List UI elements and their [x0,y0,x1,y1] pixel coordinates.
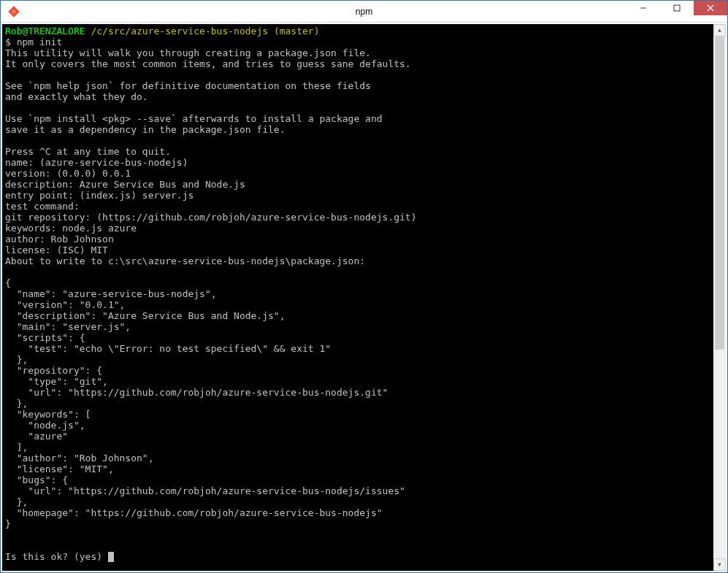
output-line: It only covers the most common items, an… [5,58,411,69]
cursor-icon [108,552,114,562]
scroll-up-arrow-icon[interactable]: ▲ [713,24,726,36]
scroll-track[interactable] [713,36,726,558]
output-line: "description": "Azure Service Bus and No… [5,310,286,321]
command-input: npm init [17,36,63,47]
output-line: { [5,277,11,288]
output-line: "author": "Rob Johnson", [5,453,154,464]
output-line: About to write to c:\src\azure-service-b… [5,255,365,266]
output-line: } [5,518,11,529]
output-line: "url": "https://github.com/robjoh/azure-… [5,485,405,496]
output-line: description: Azure Service Bus and Node.… [5,179,245,190]
output-line: }, [5,354,28,365]
svg-rect-1 [674,5,680,11]
output-line: Press ^C at any time to quit. [5,146,171,157]
output-line: Use `npm install <pkg> --save` afterward… [5,113,383,124]
output-line: }, [5,496,28,507]
output-line: author: Rob Johnson [5,234,114,245]
prompt-user-host: Rob@TRENZALORE [5,26,85,36]
terminal-output[interactable]: Rob@TRENZALORE /c/src/azure-service-bus-… [2,24,713,571]
output-line: "license": "MIT", [5,464,114,474]
maximize-button[interactable] [660,1,694,15]
scroll-thumb[interactable] [715,36,724,350]
terminal-window: npm Rob@TRENZALORE /c/src/azure-service-… [0,0,728,573]
output-line: entry point: (index.js) server.js [5,190,194,201]
output-line: }, [5,398,28,409]
window-title: npm [356,7,372,17]
output-line: "azure" [5,431,68,442]
output-line: "url": "https://github.com/robjoh/azure-… [5,387,388,398]
minimize-button[interactable] [627,1,660,15]
output-line: "node.js", [5,420,85,431]
output-line: See `npm help json` for definitive docum… [5,80,371,91]
output-line: save it as a dependency in the package.j… [5,124,286,135]
prompt-branch: (master) [274,26,320,36]
titlebar[interactable]: npm [1,1,727,23]
output-line: and exactly what they do. [5,91,148,102]
output-line: "scripts": { [5,332,85,343]
output-line: "bugs": { [5,474,68,485]
output-line: "name": "azure-service-bus-nodejs", [5,288,217,299]
terminal-area: Rob@TRENZALORE /c/src/azure-service-bus-… [1,23,727,572]
output-line: "homepage": "https://github.com/robjoh/a… [5,507,383,518]
output-line: ], [5,442,28,453]
output-line: name: (azure-service-bus-nodejs) [5,157,188,168]
confirmation-prompt: Is this ok? (yes) [5,551,108,562]
output-line: "keywords": [ [5,409,91,420]
output-line: keywords: node.js azure [5,223,137,234]
scroll-down-arrow-icon[interactable]: ▼ [713,558,726,571]
output-line: test command: [5,201,80,212]
output-line: "type": "git", [5,376,108,387]
output-line: "test": "echo \"Error: no test specified… [5,343,331,354]
prompt-path: /c/src/azure-service-bus-nodejs [91,26,268,36]
close-button[interactable] [694,1,727,15]
app-icon [7,4,21,19]
output-line: "main": "server.js", [5,321,131,332]
output-line: license: (ISC) MIT [5,245,108,255]
output-line: "repository": { [5,365,102,376]
vertical-scrollbar[interactable]: ▲ ▼ [713,24,726,571]
output-line: This utility will walk you through creat… [5,47,371,58]
output-line: version: (0.0.0) 0.0.1 [5,168,131,179]
window-controls [627,1,727,22]
output-line: "version": "0.0.1", [5,299,125,310]
output-line: git repository: (https://github.com/robj… [5,212,417,223]
prompt-symbol: $ [5,36,11,47]
